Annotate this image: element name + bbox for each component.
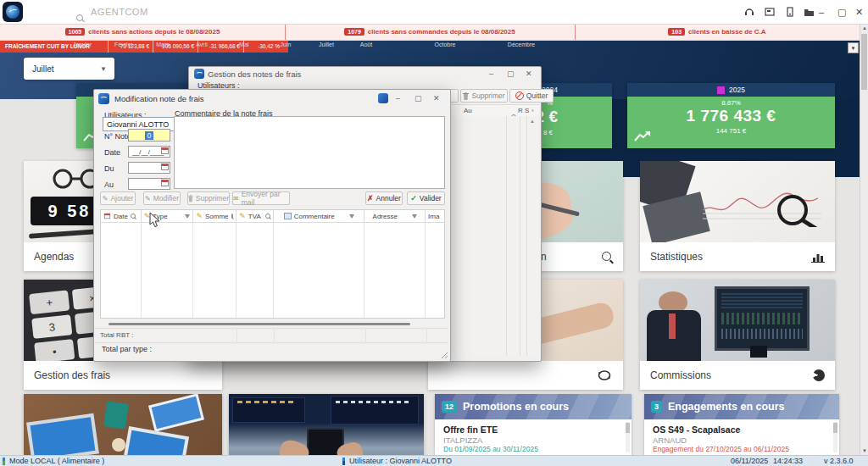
validate-button[interactable]: ✓ Valider [407,191,445,205]
alert-no-actions[interactable]: 1065 clients sans actions depuis le 08/0… [0,24,285,40]
search-icon[interactable] [265,214,270,219]
calendar-icon[interactable] [161,180,169,186]
kpi-value: 1 776 433 € [627,107,835,125]
mobile-icon[interactable] [785,7,795,17]
card-commissions[interactable]: Commissions [640,280,835,390]
chevron-right-icon[interactable]: › [531,107,534,114]
maximize-button[interactable]: ▢ [415,94,422,103]
kpi-year: 2025 [729,86,745,94]
date-label: Date [104,148,120,157]
delete-button[interactable]: Supprimer [460,89,508,103]
scrollbar-thumb[interactable] [861,34,867,90]
month-tick[interactable]: Décembre [508,42,535,47]
minimize-button[interactable]: – [396,94,400,103]
add-button[interactable]: ✎ Ajouter [100,191,136,205]
page-scrollbar[interactable]: ▲ ▼ [860,24,868,455]
month-tick[interactable]: Février [114,42,133,47]
promotions-count-badge: 12 [442,401,457,413]
window-title: Gestion des notes de frais [208,69,301,79]
folder-icon[interactable] [804,8,815,17]
panel-promotions[interactable]: 12 Promotions en cours Offre fin ETE ITA… [435,394,632,455]
quit-button[interactable]: Quitter [509,89,554,103]
column-r[interactable]: R [518,107,523,114]
minimize-button[interactable]: – [819,0,824,24]
maximize-button[interactable]: ▢ [507,69,515,78]
close-button[interactable]: ✕ [855,0,863,24]
column-au[interactable]: Au [464,107,472,114]
modify-button[interactable]: ✎ Modifier [143,191,181,205]
status-user: Utilisateur : Giovanni ALOTTO [349,457,452,465]
table-body-empty[interactable] [101,223,444,318]
note-number-input[interactable]: 0 [128,129,170,141]
search-icon[interactable] [231,214,234,219]
du-input[interactable] [128,162,170,174]
headset-icon[interactable] [744,7,754,17]
resize-grip[interactable] [441,352,448,359]
filter-icon[interactable] [412,214,417,219]
modification-note-frais-dialog[interactable]: Modification note de frais – ▢ ✕ Utilisa… [93,89,451,362]
promotion-item-dates: Du 01/09/2025 au 30/11/2025 [443,445,538,453]
maximize-button[interactable]: ▢ [837,0,846,24]
delete-button[interactable]: Supprimer [187,191,230,205]
scrollbar[interactable] [626,422,630,452]
column-header-image[interactable]: Ima [426,210,444,222]
panel-title: Promotions en cours [463,401,569,413]
promotion-item-subtitle: ITALPIZZA [443,435,482,445]
column-header-somme[interactable]: ✎ Somme [193,210,236,222]
calendar-icon[interactable] [161,164,169,170]
month-tick[interactable]: Octobre [435,42,456,47]
au-input[interactable] [128,178,170,190]
dialog-title-bar[interactable]: Modification note de frais – ▢ ✕ [94,90,450,107]
alert-band: 1065 clients sans actions depuis le 08/0… [0,24,868,41]
month-tick[interactable]: Avril [196,42,207,47]
window-title-bar[interactable]: Gestion des notes de frais – ▢ ✕ [189,67,541,80]
month-tick[interactable]: Mars [156,42,170,47]
scroll-up-arrow[interactable]: ▲ [860,25,868,31]
month-tick[interactable]: Mai [239,42,248,47]
alert-no-orders[interactable]: 1079 clients sans commandes depuis le 08… [285,24,575,40]
close-button[interactable]: ✕ [433,94,440,103]
month-tick[interactable]: Juin [281,42,292,47]
window-capture-icon[interactable] [765,7,775,17]
close-button[interactable]: ✕ [526,69,532,78]
engagement-item-title[interactable]: OS S49 - Scapalsace [653,424,740,435]
column-header-date[interactable]: Date [101,210,142,222]
alert-revenue-drop[interactable]: 103 clients en baisse de C.A [575,24,860,40]
month-tick[interactable]: Juillet [319,42,334,47]
month-tick[interactable]: Janvier [73,42,92,47]
column-header-commentaire[interactable]: Commentaire [274,210,364,222]
search-input[interactable]: AGENTCOM [91,7,148,17]
calendar-icon [104,214,110,219]
search-icon[interactable] [131,214,136,219]
date-input[interactable]: __/__/____ [128,146,170,158]
status-version: v 2.3.6.0 [824,457,854,465]
calendar-icon[interactable] [161,147,169,154]
add-label: Ajouter [110,194,133,202]
ticker-dropdown-button[interactable]: ▼ [848,42,859,53]
promotion-item-title[interactable]: Offre fin ETE [443,424,498,435]
divider [285,24,286,40]
filter-icon[interactable] [349,214,354,219]
scrollbar[interactable] [833,422,837,452]
scroll-up-arrow[interactable]: ▲ [530,119,535,124]
horizontal-scrollbar[interactable] [108,323,410,325]
card-footer [428,361,623,390]
column-s[interactable]: S [525,107,529,114]
card-statistiques[interactable]: Statistiques [640,161,835,271]
cancel-button[interactable]: ✗ Annuler [365,191,403,205]
send-mail-button[interactable]: ✉ Envoyer par mail [232,191,290,205]
total-rbt-label: Total RBT : [100,331,133,339]
filter-icon[interactable] [185,214,190,219]
scroll-down-arrow[interactable]: ▼ [860,448,868,453]
column-header-tva[interactable]: ✎ TVA [236,210,274,222]
trash-icon [188,195,193,202]
column-header-adresse[interactable]: Adresse [364,210,426,222]
month-tick[interactable]: Août [360,42,372,47]
kpi-card-2025[interactable]: 2025 8.87% 1 776 433 € 144 751 € [627,83,835,148]
alert-text: clients sans commandes depuis le 08/08/2… [368,28,515,36]
panel-engagements[interactable]: 3 Engagements en cours OS S49 - Scapalsa… [644,394,839,455]
help-app-icon[interactable] [378,93,388,103]
minimize-button[interactable]: – [489,69,493,78]
month-filter-dropdown[interactable]: Juillet ▼ [24,58,114,80]
comment-textarea[interactable] [174,116,445,189]
